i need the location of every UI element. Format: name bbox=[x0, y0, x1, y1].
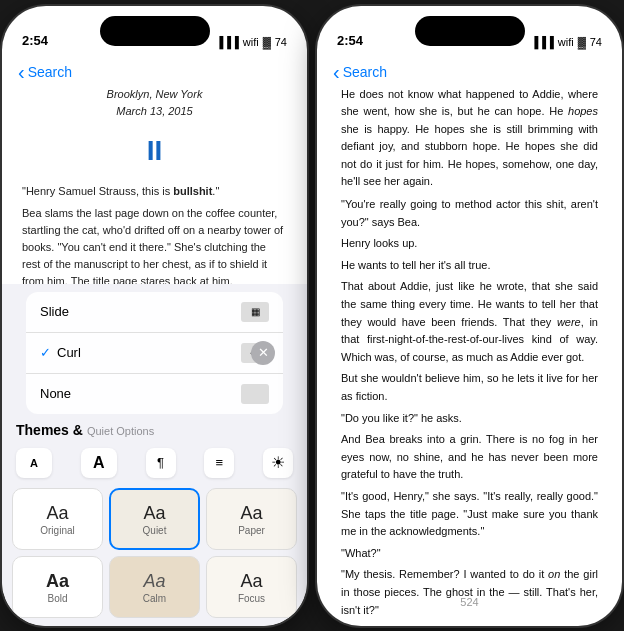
time-right: 2:54 bbox=[337, 33, 363, 48]
theme-bold[interactable]: Aa Bold bbox=[12, 556, 103, 618]
battery-icon-right: ▓ bbox=[578, 36, 586, 48]
themes-label: Themes & bbox=[16, 422, 83, 438]
wifi-icon-right: wifi bbox=[558, 36, 574, 48]
theme-paper-label: Paper bbox=[238, 525, 265, 536]
theme-quiet-label: Quiet bbox=[143, 525, 167, 536]
curl-check: ✓ bbox=[40, 345, 51, 360]
themes-section: Themes & Quiet Options bbox=[2, 414, 307, 444]
book-header: Brooklyn, New York March 13, 2015 bbox=[22, 86, 287, 121]
font-row: A A ¶ ≡ ☀ bbox=[2, 444, 307, 484]
status-icons-right: ▐▐▐ wifi ▓ 74 bbox=[530, 36, 602, 48]
theme-original-label: Original bbox=[40, 525, 74, 536]
signal-icon: ▐▐▐ bbox=[215, 36, 238, 48]
theme-quiet[interactable]: Aa Quiet bbox=[109, 488, 200, 550]
transition-curl[interactable]: ✓ Curl ↩ bbox=[26, 333, 283, 374]
font-decrease-button[interactable]: A bbox=[16, 448, 52, 478]
slide-label: Slide bbox=[40, 304, 69, 319]
right-phone: 2:54 ▐▐▐ wifi ▓ 74 Search He does not kn… bbox=[317, 6, 622, 626]
time-left: 2:54 bbox=[22, 33, 48, 48]
battery-level: 74 bbox=[275, 36, 287, 48]
brightness-icon: ☀ bbox=[271, 453, 285, 472]
status-icons-left: ▐▐▐ wifi ▓ 74 bbox=[215, 36, 287, 48]
font-increase-button[interactable]: A bbox=[81, 448, 117, 478]
page-number-right: 524 bbox=[460, 596, 478, 608]
left-phone: 2:54 ▐▐▐ wifi ▓ 74 Search Brooklyn, New … bbox=[2, 6, 307, 626]
transition-slide[interactable]: Slide ▦ bbox=[26, 292, 283, 333]
back-button-right[interactable]: Search bbox=[333, 62, 387, 82]
dynamic-island bbox=[100, 16, 210, 46]
none-label: None bbox=[40, 386, 71, 401]
back-label-right: Search bbox=[343, 64, 387, 80]
theme-calm[interactable]: Aa Calm bbox=[109, 556, 200, 618]
font-style-button[interactable]: ¶ bbox=[146, 448, 176, 478]
theme-original[interactable]: Aa Original bbox=[12, 488, 103, 550]
wifi-icon: wifi bbox=[243, 36, 259, 48]
back-label-left: Search bbox=[28, 64, 72, 80]
theme-focus-label: Focus bbox=[238, 593, 265, 604]
theme-bold-label: Bold bbox=[47, 593, 67, 604]
transition-none[interactable]: None bbox=[26, 374, 283, 414]
signal-icon-right: ▐▐▐ bbox=[530, 36, 553, 48]
bottom-panel: Slide ▦ ✓ Curl ↩ bbox=[2, 284, 307, 626]
dynamic-island-right bbox=[415, 16, 525, 46]
font-list-button[interactable]: ≡ bbox=[204, 448, 234, 478]
theme-focus[interactable]: Aa Focus bbox=[206, 556, 297, 618]
back-button-left[interactable]: Search bbox=[18, 62, 72, 82]
battery-icon: ▓ bbox=[263, 36, 271, 48]
transition-menu: Slide ▦ ✓ Curl ↩ bbox=[26, 292, 283, 414]
close-button[interactable]: ✕ bbox=[251, 341, 275, 365]
slide-icon: ▦ bbox=[241, 302, 269, 322]
app-container: 2:54 ▐▐▐ wifi ▓ 74 Search Brooklyn, New … bbox=[2, 6, 622, 626]
curl-label: Curl bbox=[57, 345, 81, 360]
back-chevron-left bbox=[18, 62, 25, 82]
back-chevron-right bbox=[333, 62, 340, 82]
quiet-options-label: Quiet Options bbox=[87, 425, 154, 437]
theme-paper[interactable]: Aa Paper bbox=[206, 488, 297, 550]
none-icon bbox=[241, 384, 269, 404]
battery-level-right: 74 bbox=[590, 36, 602, 48]
theme-grid: Aa Original Aa Quiet Aa Paper Aa Bold bbox=[2, 484, 307, 626]
brightness-button[interactable]: ☀ bbox=[263, 448, 293, 478]
theme-calm-label: Calm bbox=[143, 593, 166, 604]
chapter-number: II bbox=[22, 129, 287, 174]
book-content-right: He does not know what happened to Addie,… bbox=[317, 6, 622, 626]
